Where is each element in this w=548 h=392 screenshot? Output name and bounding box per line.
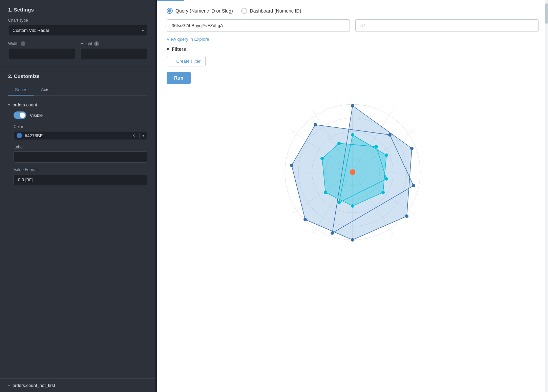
chart-type-label: Chart Type (8, 18, 147, 23)
series-orders-count: ▾ orders.count Visible Color × (8, 102, 147, 185)
width-input[interactable] (8, 48, 75, 59)
left-panel: 1. Settings Chart Type Custom Vis: Radar… (0, 0, 156, 392)
visible-row: Visible (14, 111, 147, 119)
svg-point-31 (324, 191, 327, 194)
height-field: Height i (81, 41, 148, 59)
filters-section: ▾ Filters + Create Filter (167, 46, 539, 66)
svg-point-27 (351, 133, 354, 137)
color-dot (17, 133, 22, 138)
scrollbar-thumb[interactable] (545, 3, 548, 24)
dashboard-radio-label: Dashboard (Numeric ID) (250, 8, 301, 14)
series-name: orders.count (13, 102, 37, 107)
scrollbar-track (545, 0, 548, 392)
svg-point-18 (410, 147, 414, 150)
dashboard-id-input[interactable] (355, 19, 539, 32)
radar-svg (271, 91, 434, 253)
tab-axis[interactable]: Axis (34, 84, 56, 96)
filters-label: Filters (172, 46, 186, 52)
color-input-row: × ▾ (14, 131, 147, 140)
customize-section: 2. Customize Series Axis ▾ orders.count … (0, 66, 155, 378)
run-button[interactable]: Run (167, 72, 191, 84)
value-format-input[interactable] (14, 174, 147, 185)
query-radio-label: Query (Numeric ID or Slug) (175, 8, 233, 14)
visible-toggle[interactable] (14, 111, 26, 119)
toggle-slider (14, 111, 26, 119)
label-field-label: Label (14, 145, 147, 149)
query-inputs-row (167, 19, 539, 32)
plus-icon: + (172, 59, 174, 64)
color-label: Color (14, 124, 147, 129)
height-label-row: Height i (81, 41, 148, 46)
filters-header[interactable]: ▾ Filters (167, 46, 539, 52)
query-radio-circle (167, 8, 173, 14)
series-orders-count-not-first[interactable]: ▾ orders.count_not_first (0, 378, 155, 392)
right-panel: Query (Numeric ID or Slug) Dashboard (Nu… (157, 0, 548, 392)
svg-point-29 (381, 191, 385, 194)
series2-chevron-icon: ▾ (8, 384, 10, 387)
svg-point-17 (351, 104, 354, 107)
svg-point-20 (351, 238, 354, 242)
dashboard-radio-circle (241, 8, 247, 14)
filters-chevron-icon: ▾ (167, 46, 169, 52)
chart-type-select-wrapper: Custom Vis: Radar ▾ (8, 25, 147, 36)
svg-point-32 (320, 157, 324, 160)
series2-name: orders.count_not_first (13, 383, 55, 388)
width-label-row: Width i (8, 41, 75, 46)
settings-section: 1. Settings Chart Type Custom Vis: Radar… (0, 0, 155, 66)
series-chevron-icon: ▾ (8, 103, 10, 107)
customize-tabs: Series Axis (8, 84, 147, 96)
query-options-row: Query (Numeric ID or Slug) Dashboard (Nu… (167, 8, 539, 14)
color-dropdown-icon[interactable]: ▾ (139, 133, 144, 138)
svg-point-36 (337, 201, 341, 204)
radar-chart (271, 91, 434, 253)
svg-point-35 (385, 177, 388, 181)
color-value-input[interactable] (25, 133, 128, 138)
width-field: Width i (8, 41, 75, 59)
right-content: Query (Numeric ID or Slug) Dashboard (Nu… (157, 1, 548, 392)
height-input[interactable] (81, 48, 148, 59)
settings-title: 1. Settings (8, 7, 147, 13)
svg-point-21 (303, 218, 307, 221)
svg-point-33 (337, 142, 341, 145)
series-orders-count-content: Visible Color × ▾ Label Value Format (8, 111, 147, 185)
chart-type-select[interactable]: Custom Vis: Radar (8, 25, 147, 36)
dimensions-row: Width i Height i (8, 41, 147, 59)
color-clear-icon[interactable]: × (131, 133, 136, 138)
width-info-icon[interactable]: i (21, 41, 25, 46)
radar-center-dot (350, 169, 355, 175)
query-radio-option[interactable]: Query (Numeric ID or Slug) (167, 8, 233, 14)
svg-point-25 (412, 184, 415, 187)
svg-point-19 (405, 214, 408, 218)
svg-point-34 (375, 145, 378, 148)
create-filter-button[interactable]: + Create Filter (167, 56, 206, 66)
series-label-input[interactable] (14, 151, 147, 163)
svg-point-23 (314, 123, 317, 126)
dashboard-radio-option[interactable]: Dashboard (Numeric ID) (241, 8, 301, 14)
svg-point-28 (385, 153, 388, 157)
svg-point-30 (351, 204, 354, 208)
view-query-link[interactable]: View query in Explore (167, 37, 209, 42)
value-format-label: Value Format (14, 167, 147, 172)
customize-title: 2. Customize (8, 73, 147, 79)
svg-point-24 (388, 133, 392, 137)
create-filter-label: Create Filter (176, 59, 201, 64)
query-id-input[interactable] (167, 19, 350, 32)
visible-label: Visible (30, 113, 43, 118)
chart-area (167, 91, 539, 253)
tab-series[interactable]: Series (8, 84, 34, 96)
svg-point-22 (290, 164, 293, 167)
svg-point-26 (331, 231, 334, 235)
height-info-icon[interactable]: i (94, 41, 99, 46)
series-orders-count-header[interactable]: ▾ orders.count (8, 102, 147, 107)
